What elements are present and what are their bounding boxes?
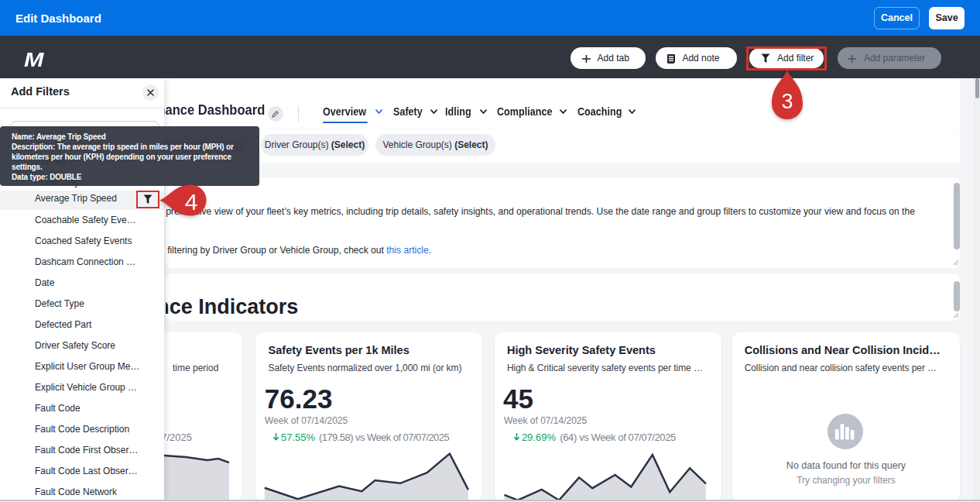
svg-text:4: 4 <box>185 189 198 215</box>
svg-text:3: 3 <box>781 90 793 113</box>
